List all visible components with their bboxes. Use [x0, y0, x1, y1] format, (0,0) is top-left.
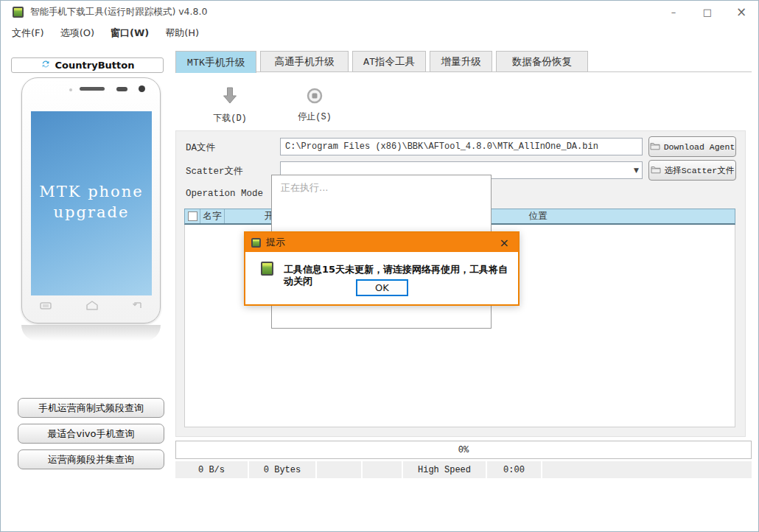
carrier-band-query-button[interactable]: 手机运营商制式频段查询 [18, 398, 164, 418]
carrier-band-union-query-button[interactable]: 运营商频段并集查询 [18, 449, 164, 469]
phone-sensor-dot [69, 88, 72, 91]
sync-icon [41, 59, 51, 71]
select-all-cell [185, 209, 200, 223]
download-agent-button[interactable]: Download Agent [648, 136, 736, 157]
scatter-file-label: Scatter文件 [186, 165, 243, 178]
progress-percent: 0% [458, 445, 469, 455]
phone-screen-text-line2: upgrade [54, 202, 130, 223]
phone-reflection [21, 325, 161, 341]
phone-illustration: MTK phone upgrade [21, 77, 161, 323]
column-header-name[interactable]: 名字 [200, 209, 225, 223]
chevron-down-icon[interactable]: ▼ [634, 167, 639, 174]
select-all-checkbox[interactable] [188, 211, 197, 221]
menu-bar: 文件(F) 选项(O) 窗口(W) 帮助(H) [4, 24, 207, 42]
phone-screen-text-line1: MTK phone [39, 181, 143, 202]
phone-proximity-sensor [116, 87, 127, 91]
menu-options[interactable]: 选项(O) [52, 24, 102, 42]
phone-screen: MTK phone upgrade [31, 111, 152, 295]
title-bar: 智能手机下载工具(运行时跟踪模式) v4.8.0 – □ × [1, 1, 758, 23]
phone-home-icon [85, 299, 99, 313]
tab-at-command-tool[interactable]: AT指令工具 [352, 51, 426, 72]
dialog-title: 提示 [266, 236, 285, 249]
phone-nav-buttons [22, 299, 160, 312]
dialog-close-button[interactable]: × [497, 236, 512, 250]
da-file-label: DA文件 [186, 141, 215, 154]
country-button-label: CountryButton [55, 60, 135, 71]
status-cell-7 [542, 461, 752, 478]
dialog-app-icon [251, 238, 261, 248]
window-controls: – □ × [657, 1, 758, 23]
stop-icon [307, 88, 323, 107]
download-tool-button[interactable]: 下载(D) [206, 85, 253, 124]
maximize-button[interactable]: □ [690, 1, 724, 23]
dialog-title-bar: 提示 × [245, 233, 518, 252]
stop-tool-label: 停止(S) [298, 111, 332, 123]
window-title: 智能手机下载工具(运行时跟踪模式) v4.8.0 [30, 6, 207, 18]
download-agent-label: Download Agent [664, 142, 735, 152]
tab-qualcomm-upgrade[interactable]: 高通手机升级 [260, 51, 349, 72]
app-window: 智能手机下载工具(运行时跟踪模式) v4.8.0 – □ × 文件(F) 选项(… [0, 0, 759, 532]
tab-mtk-upgrade[interactable]: MTK手机升级 [175, 51, 256, 73]
select-scatter-file-label: 选择Scatter文件 [665, 165, 734, 176]
phone-front-camera [139, 85, 145, 92]
dialog-body: 工具信息15天未更新，请连接网络再使用，工具将自动关闭 OK [245, 252, 518, 304]
menu-help[interactable]: 帮助(H) [157, 24, 207, 42]
close-button[interactable]: × [724, 1, 758, 23]
download-arrow-icon [220, 85, 239, 108]
operation-mode-label: Operation Mode [186, 189, 263, 199]
app-icon [13, 7, 24, 18]
menu-file[interactable]: 文件(F) [4, 24, 52, 42]
download-tool-label: 下载(D) [213, 112, 247, 125]
status-speed: 0 B/s [175, 461, 248, 478]
minimize-button[interactable]: – [657, 1, 690, 23]
ok-button[interactable]: OK [356, 279, 408, 296]
status-cell-4 [363, 461, 402, 478]
status-cell-3 [317, 461, 361, 478]
da-file-input[interactable] [280, 138, 643, 155]
vivo-phone-query-button[interactable]: 最适合vivo手机查询 [18, 424, 164, 444]
phone-speaker [80, 87, 105, 91]
folder-icon [650, 141, 660, 153]
busy-popup-text: 正在执行... [281, 182, 328, 193]
phone-menu-icon [40, 299, 52, 313]
dialog-message-icon [261, 262, 273, 276]
tab-incremental-upgrade[interactable]: 增量升级 [430, 51, 492, 72]
stop-tool-button[interactable]: 停止(S) [291, 85, 338, 124]
status-mode: High Speed [403, 461, 486, 478]
tab-data-backup-restore[interactable]: 数据备份恢复 [496, 51, 588, 72]
select-scatter-file-button[interactable]: 选择Scatter文件 [648, 160, 736, 181]
menu-window[interactable]: 窗口(W) [102, 24, 157, 42]
phone-back-icon [132, 299, 142, 313]
status-bar: 0 B/s 0 Bytes High Speed 0:00 [175, 461, 752, 478]
status-bytes: 0 Bytes [249, 461, 315, 478]
status-time: 0:00 [487, 461, 541, 478]
country-button[interactable]: CountryButton [11, 57, 164, 73]
folder-icon [651, 165, 661, 176]
progress-bar: 0% [175, 441, 752, 459]
alert-dialog: 提示 × 工具信息15天未更新，请连接网络再使用，工具将自动关闭 OK [244, 231, 520, 306]
